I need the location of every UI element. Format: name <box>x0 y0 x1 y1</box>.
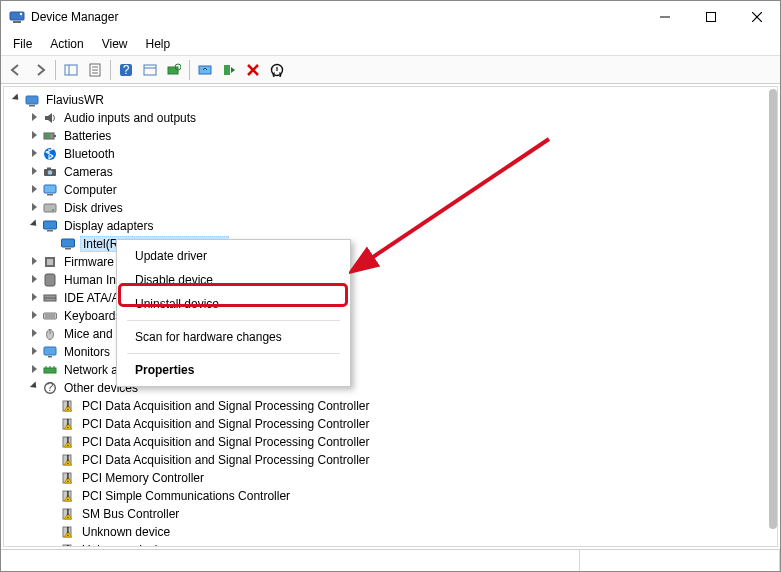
enable-device-button[interactable] <box>218 59 240 81</box>
show-hide-console-button[interactable] <box>60 59 82 81</box>
context-menu-item[interactable]: Disable device <box>117 268 350 292</box>
tree-category-bluetooth[interactable]: Bluetooth <box>4 145 777 163</box>
menu-view[interactable]: View <box>94 35 136 53</box>
tree-device-item[interactable]: !PCI Data Acquisition and Signal Process… <box>4 397 777 415</box>
svg-text:!: ! <box>66 417 69 431</box>
collapse-toggle[interactable] <box>28 379 40 397</box>
back-button[interactable] <box>5 59 27 81</box>
tree-device-item[interactable]: !PCI Data Acquisition and Signal Process… <box>4 433 777 451</box>
tree-device-item[interactable]: !PCI Simple Communications Controller <box>4 487 777 505</box>
svg-rect-27 <box>54 135 56 137</box>
toolbar: ? <box>1 56 780 84</box>
monitor-icon <box>42 344 58 360</box>
svg-rect-43 <box>45 274 55 286</box>
tree-device-item[interactable]: !Unknown device <box>4 523 777 541</box>
tree-category-display[interactable]: Display adapters <box>4 217 777 235</box>
svg-rect-39 <box>62 239 75 247</box>
menu-action[interactable]: Action <box>42 35 91 53</box>
svg-rect-20 <box>224 65 230 75</box>
expand-toggle[interactable] <box>28 289 40 307</box>
tree-category-battery[interactable]: Batteries <box>4 127 777 145</box>
context-menu-item[interactable]: Uninstall device <box>117 292 350 316</box>
scrollbar-thumb[interactable] <box>769 89 777 529</box>
status-bar <box>1 549 780 571</box>
computer-icon <box>42 182 58 198</box>
tree-category-camera[interactable]: Cameras <box>4 163 777 181</box>
tree-device-item[interactable]: !PCI Data Acquisition and Signal Process… <box>4 451 777 469</box>
tree-item-label: PCI Data Acquisition and Signal Processi… <box>80 399 371 413</box>
close-button[interactable] <box>734 1 780 33</box>
tree-category-disk[interactable]: Disk drives <box>4 199 777 217</box>
expand-toggle[interactable] <box>28 307 40 325</box>
scan-hardware-button[interactable] <box>163 59 185 81</box>
collapse-toggle[interactable] <box>28 217 40 235</box>
battery-icon <box>42 128 58 144</box>
svg-rect-46 <box>44 313 57 319</box>
tree-device-item[interactable]: !PCI Data Acquisition and Signal Process… <box>4 415 777 433</box>
tree-item-label: Audio inputs and outputs <box>62 111 198 125</box>
tree-category-computer[interactable]: Computer <box>4 181 777 199</box>
display-icon <box>60 236 76 252</box>
expand-toggle[interactable] <box>28 343 40 361</box>
menu-help[interactable]: Help <box>138 35 179 53</box>
expand-toggle[interactable] <box>28 181 40 199</box>
uninstall-device-button[interactable] <box>242 59 264 81</box>
expand-toggle[interactable] <box>28 325 40 343</box>
tree-device-item[interactable]: !SM Bus Controller <box>4 505 777 523</box>
app-icon <box>9 9 25 25</box>
expand-toggle[interactable] <box>28 271 40 289</box>
tree-item-label: SM Bus Controller <box>80 507 181 521</box>
expand-toggle[interactable] <box>28 199 40 217</box>
tree-category-audio[interactable]: Audio inputs and outputs <box>4 109 777 127</box>
expand-toggle[interactable] <box>28 145 40 163</box>
svg-rect-32 <box>47 168 51 170</box>
svg-rect-38 <box>47 230 53 232</box>
svg-rect-25 <box>29 105 35 107</box>
collapse-toggle[interactable] <box>10 91 22 109</box>
context-menu-item[interactable]: Update driver <box>117 244 350 268</box>
status-cell <box>580 550 780 571</box>
help-button[interactable]: ? <box>115 59 137 81</box>
svg-rect-52 <box>48 356 52 358</box>
tree-device-item[interactable]: !Unknown device <box>4 541 777 547</box>
display-icon <box>42 218 58 234</box>
tree-item-label: Monitors <box>62 345 112 359</box>
context-menu-item[interactable]: Properties <box>117 358 350 382</box>
expand-toggle[interactable] <box>28 163 40 181</box>
tree-item-label: Disk drives <box>62 201 125 215</box>
warn-icon: ! <box>60 398 76 414</box>
tree-device-item[interactable]: !PCI Memory Controller <box>4 469 777 487</box>
svg-rect-15 <box>144 65 156 75</box>
tree-item-label: Bluetooth <box>62 147 117 161</box>
warn-icon: ! <box>60 506 76 522</box>
svg-rect-4 <box>707 13 716 22</box>
window-buttons <box>642 1 780 33</box>
expand-toggle[interactable] <box>28 109 40 127</box>
tree-root[interactable]: FlaviusWR <box>4 91 777 109</box>
forward-button[interactable] <box>29 59 51 81</box>
root-icon <box>24 92 40 108</box>
expand-toggle[interactable] <box>28 361 40 379</box>
update-driver-button[interactable] <box>194 59 216 81</box>
context-menu-item[interactable]: Scan for hardware changes <box>117 325 350 349</box>
action-button[interactable] <box>139 59 161 81</box>
svg-point-36 <box>52 209 54 211</box>
maximize-button[interactable] <box>688 1 734 33</box>
expand-toggle[interactable] <box>28 127 40 145</box>
warn-icon: ! <box>60 488 76 504</box>
minimize-button[interactable] <box>642 1 688 33</box>
menu-file[interactable]: File <box>5 35 40 53</box>
properties-button[interactable] <box>84 59 106 81</box>
tree-item-label: Batteries <box>62 129 113 143</box>
expand-toggle[interactable] <box>28 253 40 271</box>
svg-rect-19 <box>199 66 211 74</box>
tree-item-label: PCI Data Acquisition and Signal Processi… <box>80 453 371 467</box>
disable-device-button[interactable] <box>266 59 288 81</box>
context-menu: Update driverDisable deviceUninstall dev… <box>116 239 351 387</box>
svg-rect-33 <box>44 185 56 193</box>
svg-point-2 <box>20 13 22 15</box>
svg-text:!: ! <box>66 453 69 467</box>
tree-item-label: Keyboards <box>62 309 123 323</box>
ide-icon <box>42 290 58 306</box>
device-manager-window: Device Manager File Action View Help ? F… <box>0 0 781 572</box>
